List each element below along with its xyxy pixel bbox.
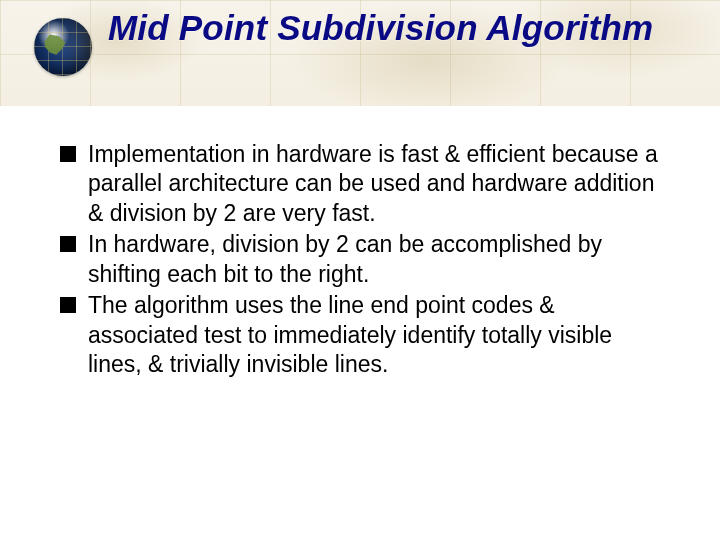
list-item: In hardware, division by 2 can be accomp…	[60, 230, 666, 289]
bullet-text: In hardware, division by 2 can be accomp…	[88, 231, 602, 286]
list-item: The algorithm uses the line end point co…	[60, 291, 666, 379]
slide-body: Implementation in hardware is fast & eff…	[0, 106, 720, 380]
globe-icon	[34, 18, 92, 76]
list-item: Implementation in hardware is fast & eff…	[60, 140, 666, 228]
slide-title: Mid Point Subdivision Algorithm	[108, 6, 700, 50]
bullet-text: The algorithm uses the line end point co…	[88, 292, 612, 377]
slide-header: Mid Point Subdivision Algorithm	[0, 0, 720, 106]
square-bullet-icon	[60, 297, 76, 313]
bullet-text: Implementation in hardware is fast & eff…	[88, 141, 658, 226]
square-bullet-icon	[60, 236, 76, 252]
square-bullet-icon	[60, 146, 76, 162]
